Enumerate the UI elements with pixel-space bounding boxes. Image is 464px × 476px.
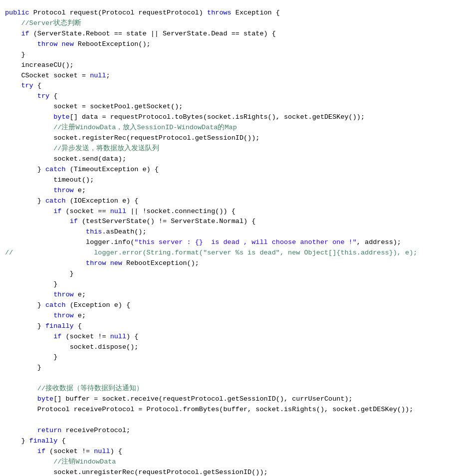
code-line: throw new RebootException(); [5,39,459,50]
code-line: socket = socketPool.getSocket(); [5,102,459,112]
code-line: } [5,279,459,290]
code-line: byte[] data = requestProtocol.toBytes(so… [5,112,459,123]
code-line: socket.unregisterRec(requestProtocol.get… [5,468,459,476]
code-line: try { [5,81,459,91]
code-line: } [5,363,459,373]
code-line: throw e; [5,186,459,196]
code-line: } catch (TimeoutException e) { [5,165,459,175]
code-line: //异步发送，将数据放入发送队列 [5,144,459,154]
code-line: if (ServerState.Reboot == state || Serve… [5,29,459,39]
code-line: // logger.error(String.format("server %s… [5,248,459,258]
code-line: return receiveProtocol; [5,426,459,436]
code-line: } [5,352,459,363]
code-line: throw new RebootException(); [5,258,459,269]
code-line: } finally { [5,321,459,332]
code-line: } [5,269,459,279]
code-line: if (testServerState() != ServerState.Nor… [5,217,459,227]
code-line: socket.send(data); [5,154,459,165]
code-line: throw e; [5,311,459,321]
code-line: if (socket != null) { [5,332,459,342]
code-line [5,415,459,426]
code-line: //注册WindowData，放入SessionID-WindowData的Ma… [5,123,459,133]
code-line [5,373,459,384]
code-line: socket.registerRec(requestProtocol.getSe… [5,133,459,144]
code-line: throw e; [5,290,459,300]
code-line: if (socket != null) { [5,447,459,457]
code-line: //注销WindowData [5,457,459,468]
code-line: } catch (IOException e) { [5,196,459,207]
code-line: timeout(); [5,175,459,186]
code-line: if (socket == null || !socket.connecting… [5,207,459,217]
code-line: } finally { [5,436,459,447]
code-line: socket.dispose(); [5,342,459,353]
code-block: public Protocol request(Protocol request… [4,6,460,476]
code-line: try { [5,91,459,102]
code-line: this.asDeath(); [5,227,459,238]
code-line: byte[] buffer = socket.receive(requestPr… [5,394,459,405]
code-line: increaseCU(); [5,60,459,71]
code-line: } catch (Exception e) { [5,300,459,311]
code-line: logger.info("this server : {} is dead , … [5,238,459,248]
code-line: CSocket socket = null; [5,71,459,81]
code-line: //接收数据（等待数据到达通知） [5,384,459,394]
code-line: //Server状态判断 [5,18,459,29]
code-line: } [5,50,459,60]
code-line: Protocol receiveProtocol = Protocol.from… [5,405,459,415]
code-line: public Protocol request(Protocol request… [5,8,459,18]
code-container: public Protocol request(Protocol request… [0,0,464,476]
